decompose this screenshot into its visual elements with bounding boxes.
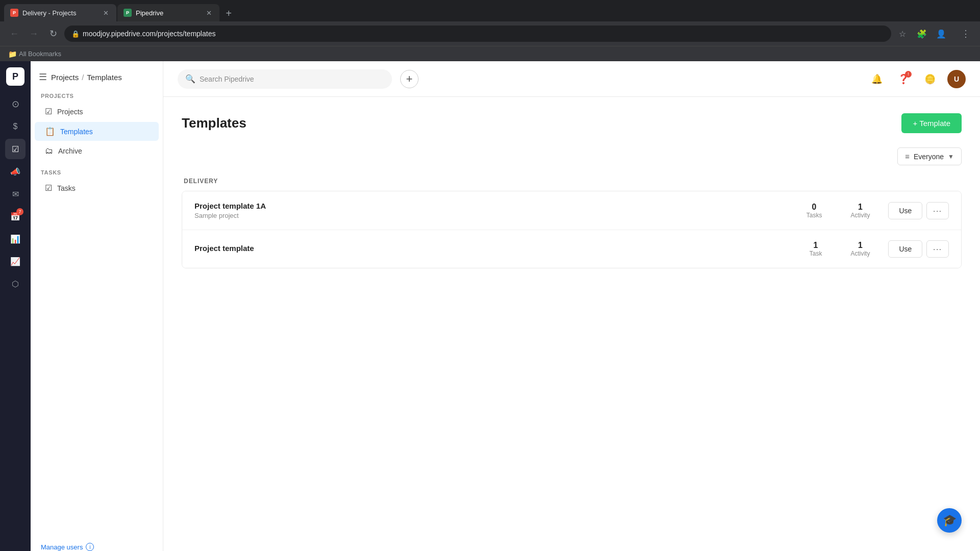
sidebar-header: ☰ Projects / Templates [31, 61, 163, 89]
profile-icon[interactable]: 👤 [933, 26, 949, 42]
icon-rail: P ⊙ $ ☑ 📣 ✉ 📅 7 📊 📈 ⬡ ··· [0, 61, 31, 551]
search-container[interactable]: 🔍 Search Pipedrive [178, 69, 392, 89]
forward-button[interactable]: → [26, 26, 42, 42]
delivery-section: DELIVERY Project template 1A Sample proj… [182, 178, 962, 268]
template-1a-actions: Use ··· [888, 202, 949, 219]
bookmark-icon[interactable]: ☆ [894, 26, 911, 42]
sidebar: ☰ Projects / Templates PROJECTS ☑ Projec… [31, 61, 163, 551]
template-2-actions: Use ··· [888, 240, 949, 258]
template-row-2: Project template 1 Task 1 Activity [182, 230, 961, 268]
rail-icon-home[interactable]: ⊙ [5, 94, 26, 114]
templates-nav-icon: 📋 [45, 127, 55, 136]
help-button[interactable]: ❓ ! [894, 70, 913, 88]
sidebar-item-projects[interactable]: ☑ Projects [35, 102, 159, 121]
page-content: Templates + Template ≡ Everyone ▼ DELIVE… [163, 97, 980, 551]
notifications-bell[interactable]: 🔔 [868, 70, 886, 88]
filter-chevron-icon: ▼ [948, 153, 954, 160]
coins-icon[interactable]: 🪙 [921, 70, 939, 88]
main-area: 🔍 Search Pipedrive + 🔔 ❓ ! 🪙 U Templates… [163, 61, 980, 551]
address-bar[interactable]: 🔒 moodjoy.pipedrive.com/projects/templat… [64, 26, 891, 42]
rail-icon-calendar[interactable]: 📅 7 [5, 206, 26, 227]
help-fab[interactable]: 🎓 [937, 508, 962, 533]
template-2-more-button[interactable]: ··· [926, 240, 949, 258]
tab-delivery[interactable]: P Delivery - Projects ✕ [4, 4, 116, 21]
rail-icon-campaigns[interactable]: 📣 [5, 161, 26, 182]
breadcrumb-separator: / [82, 73, 84, 82]
rail-icon-projects[interactable]: ☑ [5, 139, 26, 159]
info-icon: i [86, 543, 94, 551]
tab-close-delivery[interactable]: ✕ [101, 8, 110, 17]
sidebar-item-archive[interactable]: 🗂 Archive [35, 142, 159, 160]
page-title: Templates [182, 115, 247, 131]
rail-icon-deals[interactable]: $ [5, 116, 26, 137]
rail-icon-stats[interactable]: 📊 [5, 229, 26, 249]
add-button[interactable]: + [400, 70, 419, 88]
tasks-nav-label: Tasks [57, 184, 76, 192]
tab-label-pipedrive: Pipedrive [136, 9, 163, 17]
template-2-activity-stat: 1 Activity [850, 241, 870, 257]
template-row-1a: Project template 1A Sample project 0 Tas… [182, 191, 961, 230]
filter-icon: ≡ [905, 152, 910, 161]
tasks-section-label: TASKS [31, 165, 163, 178]
manage-users-link[interactable]: Manage users i [31, 538, 104, 551]
archive-nav-icon: 🗂 [45, 146, 53, 156]
page-header: Templates + Template [182, 113, 962, 133]
new-tab-button[interactable]: + [220, 5, 237, 21]
template-1a-use-button[interactable]: Use [888, 202, 922, 219]
template-2-activity-count: 1 [850, 241, 870, 250]
extensions-icon[interactable]: 🧩 [914, 26, 930, 42]
template-2-tasks-label: Task [810, 250, 822, 257]
template-2-tasks-stat: 1 Task [810, 241, 822, 257]
everyone-filter-dropdown[interactable]: ≡ Everyone ▼ [897, 147, 962, 165]
template-1a-tasks-label: Tasks [806, 212, 822, 219]
template-1a-tasks-stat: 0 Tasks [806, 203, 822, 219]
template-2-stats: 1 Task 1 Activity [810, 241, 870, 257]
breadcrumb-projects: Projects [51, 73, 79, 82]
address-lock-icon: 🔒 [71, 30, 80, 38]
search-placeholder: Search Pipedrive [200, 75, 254, 83]
tasks-nav-icon: ☑ [45, 183, 52, 193]
rail-logo-text: P [12, 71, 18, 82]
refresh-button[interactable]: ↻ [45, 26, 61, 42]
rail-logo[interactable]: P [6, 67, 24, 86]
bookmarks-bar: 📁 All Bookmarks [0, 46, 980, 61]
projects-nav-label: Projects [57, 108, 83, 116]
template-list: Project template 1A Sample project 0 Tas… [182, 191, 962, 268]
bookmarks-folder-icon: 📁 [8, 50, 17, 58]
projects-section: PROJECTS ☑ Projects 📋 Templates 🗂 Archiv… [31, 89, 163, 165]
tab-pipedrive[interactable]: P Pipedrive ✕ [117, 4, 219, 21]
rail-icon-inbox[interactable]: ✉ [5, 184, 26, 204]
sidebar-item-templates[interactable]: 📋 Templates [35, 122, 159, 141]
top-bar: 🔍 Search Pipedrive + 🔔 ❓ ! 🪙 U [163, 61, 980, 97]
template-1a-stats: 0 Tasks 1 Activity [806, 203, 870, 219]
template-1a-activity-stat: 1 Activity [850, 203, 870, 219]
template-2-use-button[interactable]: Use [888, 240, 922, 258]
sidebar-item-tasks[interactable]: ☑ Tasks [35, 179, 159, 197]
template-2-tasks-count: 1 [810, 241, 822, 250]
tab-close-pipedrive[interactable]: ✕ [204, 8, 213, 17]
tasks-section: TASKS ☑ Tasks [31, 165, 163, 203]
template-1a-more-button[interactable]: ··· [926, 202, 949, 219]
filter-bar: ≡ Everyone ▼ [182, 147, 962, 165]
tab-bar: P Delivery - Projects ✕ P Pipedrive ✕ + [0, 0, 980, 21]
back-button[interactable]: ← [6, 26, 22, 42]
tab-label-delivery: Delivery - Projects [22, 9, 76, 17]
new-template-button[interactable]: + Template [901, 113, 962, 133]
projects-section-label: PROJECTS [31, 89, 163, 101]
user-avatar[interactable]: U [947, 70, 966, 88]
menu-icon[interactable]: ⋮ [958, 26, 974, 42]
rail-icon-products[interactable]: ⬡ [5, 273, 26, 294]
tab-favicon-delivery: P [10, 9, 18, 17]
template-2-name: Project template [194, 244, 810, 253]
template-1a-activity-label: Activity [850, 212, 870, 219]
template-2-activity-label: Activity [850, 250, 870, 257]
manage-users-label: Manage users [41, 543, 83, 551]
search-icon: 🔍 [185, 74, 195, 84]
template-1a-info: Project template 1A Sample project [194, 202, 806, 219]
breadcrumb-templates: Templates [87, 73, 121, 82]
hamburger-icon[interactable]: ☰ [39, 71, 47, 83]
filter-label: Everyone [914, 153, 944, 161]
calendar-badge: 7 [16, 208, 23, 215]
template-1a-tasks-count: 0 [806, 203, 822, 212]
rail-icon-trends[interactable]: 📈 [5, 251, 26, 271]
